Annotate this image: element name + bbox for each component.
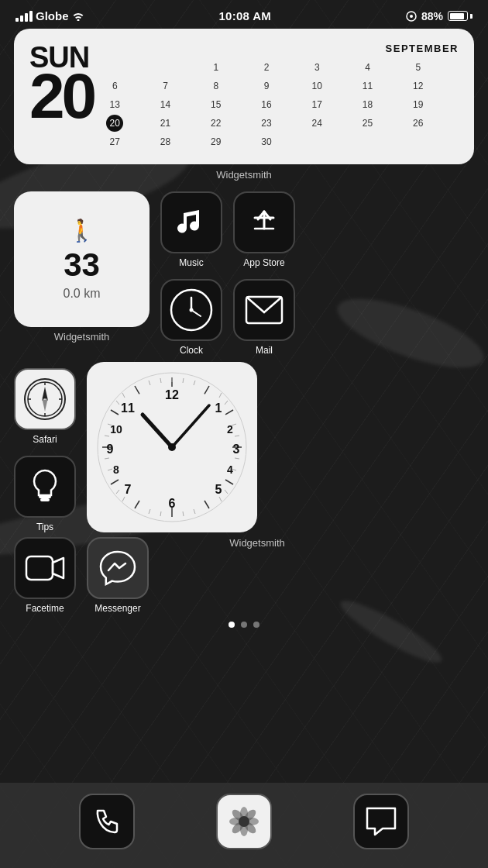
- page-dots: [14, 622, 474, 628]
- svg-rect-20: [39, 495, 51, 498]
- cal-cell-10: 10: [308, 78, 325, 95]
- app-store-icon-bg: [233, 191, 295, 253]
- clock-face-icon: [168, 287, 215, 333]
- mail-icon-bg: [233, 279, 295, 341]
- cal-cell-11: 11: [359, 78, 376, 95]
- svg-marker-19: [42, 398, 48, 412]
- row-3-labels: Facetime Messenger Widgetsmith: [14, 537, 474, 614]
- cal-cell-19: 19: [410, 96, 427, 113]
- home-screen: SUN 20 SEPTEMBER 1 2 3 4 5 6 7 8 9 10 11: [0, 29, 488, 628]
- steps-count: 33: [64, 246, 100, 284]
- cal-cell-22: 22: [208, 115, 225, 132]
- battery-percent: 88%: [421, 10, 443, 22]
- svg-text:8: 8: [113, 463, 119, 476]
- page-dot-2: [241, 622, 247, 628]
- mail-label: Mail: [256, 345, 273, 356]
- safari-compass-icon: [22, 376, 68, 422]
- dock-photos-container: [216, 794, 272, 849]
- safari-label: Safari: [33, 434, 57, 445]
- calendar-widget-label: Widgetsmith: [14, 169, 474, 181]
- dock-phone-container: [79, 794, 135, 849]
- flower-icon: [227, 804, 261, 839]
- svg-text:7: 7: [125, 483, 132, 496]
- row-3: Safari Tips: [14, 362, 474, 532]
- calendar-date-big: SUN 20: [29, 43, 94, 128]
- cal-cell-7: 7: [156, 78, 174, 95]
- mail-envelope-icon: [245, 295, 284, 325]
- clock-widget-label: Widgetsmith: [172, 537, 342, 549]
- wifi-icon: [72, 12, 84, 21]
- music-app-icon[interactable]: Music: [160, 191, 222, 268]
- steps-km: 0.0 km: [63, 287, 100, 301]
- phone-icon: [91, 806, 122, 837]
- svg-point-85: [239, 816, 249, 827]
- cal-cell-16: 16: [258, 96, 275, 113]
- tips-icon-bg: [14, 456, 76, 518]
- analog-clock-face: 12 1 3 5 6 7 9 11 2 4 8 10: [95, 370, 249, 525]
- cal-cell-18: 18: [359, 96, 376, 113]
- walking-icon: 🚶: [68, 218, 95, 243]
- status-right: 88%: [406, 10, 473, 22]
- svg-point-74: [168, 443, 176, 451]
- clock-icon-bg: [160, 279, 222, 341]
- steps-widget[interactable]: 🚶 33 0.0 km: [14, 191, 149, 327]
- messenger-icon-bg: [87, 537, 149, 599]
- cal-cell-6: 6: [106, 78, 123, 95]
- dock-phone-icon[interactable]: [79, 794, 135, 849]
- svg-text:6: 6: [169, 497, 176, 510]
- clock-widget[interactable]: 12 1 3 5 6 7 9 11 2 4 8 10: [87, 362, 257, 532]
- signal-bar-4: [29, 11, 33, 22]
- calendar-day-number: 20: [29, 64, 94, 128]
- messages-bubble-icon: [364, 805, 398, 838]
- cal-cell-3: 3: [308, 59, 325, 76]
- tips-app-icon[interactable]: Tips: [14, 456, 76, 532]
- signal-bar-3: [25, 13, 28, 22]
- row-2: 🚶 33 0.0 km Widgetsmith Music: [14, 191, 474, 356]
- cal-cell-5: 5: [410, 59, 427, 76]
- cal-cell-1: 1: [208, 59, 225, 76]
- app-grid-right: Music App Store: [160, 191, 295, 356]
- cal-cell-21: 21: [156, 115, 174, 132]
- dock-messages-icon[interactable]: [353, 794, 409, 849]
- mail-app-icon[interactable]: Mail: [233, 279, 295, 356]
- clock-label: Clock: [180, 345, 203, 356]
- clock-app-icon[interactable]: Clock: [160, 279, 222, 356]
- page-dot-1: [229, 622, 235, 628]
- svg-point-10: [190, 308, 194, 312]
- messenger-app-icon[interactable]: Messenger: [87, 537, 149, 614]
- music-label: Music: [179, 257, 203, 268]
- cal-cell-14: 14: [156, 96, 174, 113]
- tips-lightbulb-icon: [28, 467, 62, 506]
- cal-cell-30: 30: [258, 133, 275, 150]
- svg-text:5: 5: [215, 483, 222, 496]
- dock-messages-container: [353, 794, 409, 849]
- cal-cell-25: 25: [359, 115, 376, 132]
- tips-label: Tips: [36, 522, 53, 532]
- facetime-app-icon[interactable]: Facetime: [14, 537, 76, 614]
- signal-icon: [15, 11, 33, 22]
- cal-cell-23: 23: [258, 115, 275, 132]
- svg-text:12: 12: [165, 388, 179, 401]
- calendar-widget[interactable]: SUN 20 SEPTEMBER 1 2 3 4 5 6 7 8 9 10 11: [14, 29, 474, 164]
- cal-cell-27: 27: [106, 133, 123, 150]
- status-time: 10:08 AM: [218, 9, 271, 22]
- svg-text:11: 11: [121, 401, 135, 415]
- carrier-name: Globe: [36, 9, 69, 22]
- svg-text:10: 10: [110, 423, 122, 436]
- cal-cell-26: 26: [410, 115, 427, 132]
- clock-widget-container: 12 1 3 5 6 7 9 11 2 4 8 10: [87, 362, 257, 532]
- cal-cell-8: 8: [208, 78, 225, 95]
- cal-cell-9: 9: [258, 78, 275, 95]
- app-store-icon[interactable]: App Store: [233, 191, 295, 268]
- facetime-icon-bg: [14, 537, 76, 599]
- battery-icon: [448, 11, 473, 21]
- music-icon-bg: [160, 191, 222, 253]
- music-note-icon: [174, 205, 208, 239]
- safari-app-icon[interactable]: Safari: [14, 368, 76, 445]
- cal-cell-4: 4: [359, 59, 376, 76]
- steps-widget-container: 🚶 33 0.0 km Widgetsmith: [14, 191, 149, 343]
- messenger-label: Messenger: [95, 603, 140, 614]
- dock-photos-icon[interactable]: [216, 794, 272, 849]
- cal-cell-28: 28: [156, 133, 174, 150]
- facetime-camera-icon: [25, 553, 65, 583]
